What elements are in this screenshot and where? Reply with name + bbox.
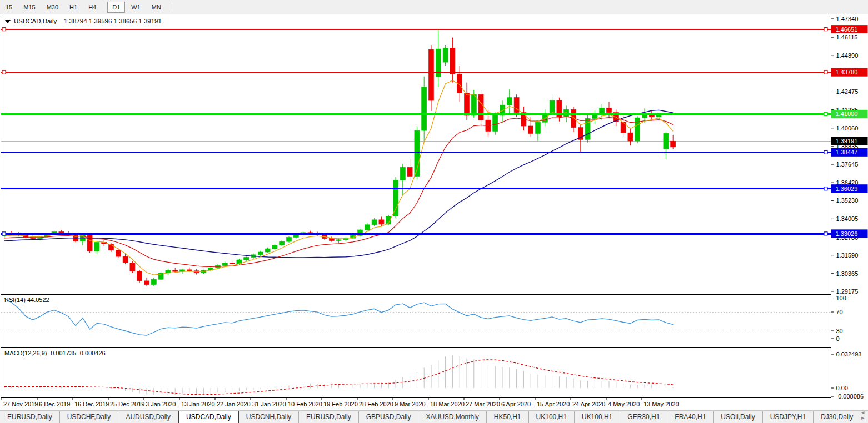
main-price-pane[interactable] xyxy=(1,28,831,286)
hline-handle[interactable] xyxy=(824,28,827,31)
price-badge-label: 1.46651 xyxy=(836,26,858,33)
hline-handle[interactable] xyxy=(2,70,6,74)
chart-window: 1.473401.461151.448901.424751.412851.400… xyxy=(0,14,868,411)
timeframe-button-h4[interactable]: H4 xyxy=(83,2,101,13)
candle-body xyxy=(272,245,277,249)
candle-body xyxy=(429,49,434,100)
candle-body xyxy=(585,118,590,139)
timeframe-button-m30[interactable]: M30 xyxy=(42,2,63,13)
price-tick-label: 1.35230 xyxy=(836,197,859,204)
date-tick-label: 3 Jan 2020 xyxy=(146,401,176,407)
candle-body xyxy=(514,98,519,113)
symbol-tab-gbpusd-6[interactable]: GBPUSD,Daily xyxy=(358,411,418,423)
candle-body xyxy=(635,118,640,141)
timeframe-button-d1[interactable]: D1 xyxy=(107,2,125,13)
hline-handle[interactable] xyxy=(824,150,827,154)
date-tick-label: 27 Mar 2020 xyxy=(466,401,500,407)
symbol-tab-ger30-11[interactable]: GER30,H1 xyxy=(620,411,667,423)
symbol-tab-usdcnh-4[interactable]: USDCNH,Daily xyxy=(239,411,298,423)
candle-body xyxy=(94,242,99,251)
symbol-tab-dj30-15[interactable]: DJ30,Daily xyxy=(813,411,860,423)
candle-body xyxy=(536,122,541,133)
symbol-tab-hk50-8[interactable]: HK50,H1 xyxy=(486,411,528,423)
hline-handle[interactable] xyxy=(2,28,6,31)
price-tick-label: 1.44890 xyxy=(836,52,859,59)
timeframe-button-15[interactable]: 15 xyxy=(1,2,17,13)
date-tick-label: 16 Dec 2019 xyxy=(74,401,109,407)
hline-handle[interactable] xyxy=(824,112,827,115)
symbol-tab-usdchf-1[interactable]: USDCHF,Daily xyxy=(59,411,118,423)
price-tick-label: 1.47340 xyxy=(836,16,859,22)
candle-body xyxy=(187,270,192,271)
symbol-dropdown-icon[interactable] xyxy=(5,20,11,23)
candle-body xyxy=(244,257,249,260)
toolbar-separator xyxy=(104,3,104,12)
candle-body xyxy=(671,141,676,147)
rsi-scale-label: 100 xyxy=(836,295,846,301)
candle-body xyxy=(280,241,285,245)
candle-body xyxy=(407,167,412,176)
toolbar-separator xyxy=(169,3,169,12)
chart-title: USDCAD,Daily xyxy=(14,18,57,24)
symbol-tab-fra40-12[interactable]: FRA40,H1 xyxy=(667,411,713,423)
rsi-scale-label: 0 xyxy=(836,335,840,342)
hline-handle[interactable] xyxy=(824,232,827,235)
pane-border xyxy=(1,296,831,348)
macd-scale-label: -0.008086 xyxy=(836,393,864,400)
hline-handle[interactable] xyxy=(824,187,827,190)
date-tick-label: 6 Dec 2019 xyxy=(39,401,70,407)
date-tick-label: 15 Apr 2020 xyxy=(537,401,570,407)
macd-pane[interactable] xyxy=(4,355,673,395)
symbol-tab-uk100-9[interactable]: UK100,H1 xyxy=(528,411,574,423)
timeframe-button-h1[interactable]: H1 xyxy=(64,2,82,13)
candle-body xyxy=(465,93,470,116)
symbol-tab-uk100-10[interactable]: UK100,H1 xyxy=(574,411,620,423)
price-badge-label: 1.38447 xyxy=(836,149,858,155)
candle-body xyxy=(478,94,483,120)
symbol-tab-eurusd-5[interactable]: EURUSD,Daily xyxy=(298,411,358,423)
hline-handle[interactable] xyxy=(824,70,827,74)
hline-handle[interactable] xyxy=(2,232,6,235)
timeframe-button-w1[interactable]: W1 xyxy=(126,2,146,13)
date-tick-label: 18 Mar 2020 xyxy=(430,401,465,407)
price-tick-label: 1.46115 xyxy=(836,34,858,41)
candle-body xyxy=(258,252,263,255)
candle-body xyxy=(379,220,384,224)
candle-body xyxy=(336,240,341,241)
timeframe-button-mn[interactable]: MN xyxy=(147,2,166,13)
candle-body xyxy=(137,271,142,281)
date-tick-label: 13 May 2020 xyxy=(643,401,679,407)
timeframe-button-m15[interactable]: M15 xyxy=(18,2,40,13)
date-tick-label: 27 Nov 2019 xyxy=(3,401,38,407)
terminal-window: 15M15M30H1H4D1W1MN 1.473401.461151.44890… xyxy=(0,0,868,423)
candle-body xyxy=(664,133,669,149)
symbol-tab-usoil-13[interactable]: USOil,Daily xyxy=(713,411,762,423)
rsi-label: RSI(14) 44.0522 xyxy=(4,296,49,303)
candle-body xyxy=(422,87,427,130)
rsi-line xyxy=(4,298,673,335)
chart-canvas[interactable]: 1.473401.461151.448901.424751.412851.400… xyxy=(0,14,868,411)
candle-body xyxy=(173,270,178,271)
symbol-tab-usdcad-3[interactable]: USDCAD,Daily xyxy=(178,411,239,423)
price-tick-label: 1.42475 xyxy=(836,88,859,95)
candle-body xyxy=(87,234,92,251)
symbol-tab-usdjpy-14[interactable]: USDJPY,H1 xyxy=(762,411,813,423)
rsi-pane[interactable] xyxy=(1,298,831,335)
price-tick-label: 1.30365 xyxy=(836,270,859,277)
timeframe-toolbar: 15M15M30H1H4D1W1MN xyxy=(0,0,868,14)
symbol-tab-eurusd-0[interactable]: EURUSD,Daily xyxy=(0,411,59,423)
candle-body xyxy=(443,48,448,62)
date-tick-label: 6 Apr 2020 xyxy=(501,401,531,407)
price-badge-label: 1.33026 xyxy=(836,230,858,237)
candle-body xyxy=(393,180,398,216)
date-tick-label: 25 Dec 2019 xyxy=(110,401,144,407)
date-tick-label: 13 Jan 2020 xyxy=(181,401,215,407)
date-tick-label: 4 May 2020 xyxy=(608,401,640,407)
candle-body xyxy=(550,100,555,113)
price-tick-label: 1.40060 xyxy=(836,125,859,132)
symbol-tab-audusd-2[interactable]: AUDUSD,Daily xyxy=(118,411,178,423)
date-tick-label: 28 Feb 2020 xyxy=(359,401,393,407)
tab-scroll-arrows[interactable]: ◄ ► xyxy=(860,410,868,423)
date-tick-label: 19 Feb 2020 xyxy=(323,401,358,407)
symbol-tab-xauusd-7[interactable]: XAUUSD,Monthly xyxy=(418,411,486,423)
